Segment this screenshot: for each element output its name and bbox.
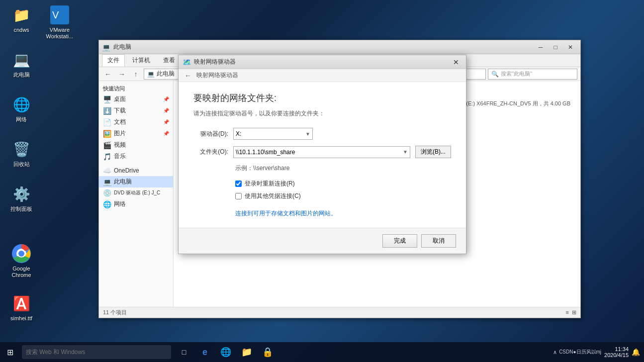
sidebar-item-network[interactable]: 🌐 网络 [99, 198, 173, 210]
browse-button[interactable]: 浏览(B)... [415, 146, 451, 158]
taskbar-right: ∧ CSDN●日历风以mj 11:34 2020/4/15 🔔 [549, 346, 644, 358]
task-view-button[interactable]: □ [175, 343, 193, 361]
sidebar-item-docs[interactable]: 📄 文档 📌 [99, 116, 173, 128]
folder-taskbar-icon: 📁 [241, 347, 252, 358]
desktop-sidebar-icon: 🖥️ [103, 95, 111, 103]
dialog-nav-back-button[interactable]: ← [183, 72, 193, 80]
sidebar-item-music[interactable]: 🎵 音乐 [99, 151, 173, 162]
cancel-button[interactable]: 取消 [421, 234, 456, 248]
tab-file[interactable]: 文件 [102, 54, 125, 67]
explorer-sidebar: 快速访问 🖥️ 桌面 📌 ⬇️ 下载 📌 📄 文档 📌 🖼️ 图片 📌 [99, 81, 174, 307]
taskbar-icons: □ e 🌐 📁 🔒 [171, 343, 280, 361]
desktop-icon-thispc[interactable]: 💻 此电脑 [4, 50, 39, 78]
vmware-label: VMwareWorkstati... [46, 27, 74, 40]
other-credentials-checkbox[interactable] [235, 193, 242, 199]
sidebar-item-pictures[interactable]: 🖼️ 图片 📌 [99, 128, 173, 139]
dialog-titlebar: 🗺️ 映射网络驱动器 ✕ [179, 55, 466, 69]
cndws-label: cndws [13, 27, 29, 33]
window-controls: ─ □ ✕ [534, 42, 577, 52]
thispc-icon: 💻 [11, 50, 31, 70]
view-list-icon[interactable]: ≡ [566, 309, 569, 316]
desktop-icon-recycle[interactable]: 🗑️ 回收站 [4, 139, 39, 168]
reconnect-checkbox[interactable] [235, 181, 242, 187]
website-link[interactable]: 连接到可用于存储文档和图片的网站。 [235, 210, 337, 217]
date-display: 2020/4/15 [604, 352, 629, 358]
explorer-statusbar: 11 个项目 ≡ ⊞ [99, 307, 580, 318]
chrome-taskbar-button[interactable]: 🌐 [217, 343, 235, 361]
dialog-body: 要映射的网络文件夹: 请为连接指定驱动器号，以及你要连接的文件夹： 驱动器(D)… [179, 82, 466, 228]
tray-expand-icon[interactable]: ∧ [553, 349, 557, 356]
network-sidebar-label: 网络 [114, 200, 126, 208]
close-button[interactable]: ✕ [563, 42, 577, 52]
tab-computer[interactable]: 计算机 [127, 54, 156, 67]
control-icon: ⚙️ [11, 184, 31, 204]
folder-dropdown-icon: ▼ [403, 149, 408, 155]
docs-sidebar-icon: 📄 [103, 118, 111, 126]
sidebar-item-downloads[interactable]: ⬇️ 下载 📌 [99, 105, 173, 116]
other-credentials-label: 使用其他凭据连接(C) [245, 192, 301, 200]
videos-sidebar-label: 视频 [114, 141, 126, 149]
taskbar-search-input[interactable] [22, 345, 171, 359]
notification-center-button[interactable]: 🔔 [632, 348, 640, 356]
nav-up-button[interactable]: ↑ [130, 69, 142, 80]
lock-icon: 🔒 [262, 347, 273, 358]
maximize-button[interactable]: □ [549, 42, 562, 52]
thispc-label: 此电脑 [13, 72, 30, 78]
desktop-icon-cndws[interactable]: 📁 cndws [4, 5, 39, 33]
explorer-taskbar-button[interactable]: 📁 [238, 343, 256, 361]
nav-forward-button[interactable]: → [116, 69, 128, 80]
taskbar: ⊞ □ e 🌐 📁 🔒 ∧ CSDN●日历风以mj 11:34 2020/4/1… [0, 342, 644, 362]
lock-taskbar-button[interactable]: 🔒 [259, 343, 276, 361]
dialog-footer: 完成 取消 [179, 228, 466, 254]
drive-field: 驱动器(D): X: ▼ [193, 128, 451, 140]
explorer-titlebar: 💻 此电脑 ─ □ ✕ [99, 40, 580, 54]
finish-button[interactable]: 完成 [382, 234, 417, 248]
sidebar-item-dvd[interactable]: 💿 DVD 驱动器 (E:) J_C [99, 187, 173, 198]
reconnect-checkbox-row[interactable]: 登录时重新连接(R) [235, 180, 451, 188]
thispc-sidebar-label: 此电脑 [114, 178, 132, 186]
website-link-row: 连接到可用于存储文档和图片的网站。 [235, 208, 451, 218]
drive-label: 驱动器(D): [193, 130, 228, 138]
desktop-icon-control[interactable]: ⚙️ 控制面板 [4, 184, 39, 212]
network-sidebar-icon: 🌐 [103, 200, 111, 208]
dialog-heading: 要映射的网络文件夹: [193, 92, 451, 104]
map-network-drive-dialog: 🗺️ 映射网络驱动器 ✕ ← 映射网络驱动器 要映射的网络文件夹: 请为连接指定… [178, 55, 466, 254]
drive-select[interactable]: X: ▼ [233, 128, 313, 140]
start-button[interactable]: ⊞ [0, 342, 20, 362]
time-display: 11:34 [604, 346, 629, 352]
edge-button[interactable]: e [196, 343, 214, 361]
sidebar-item-desktop[interactable]: 🖥️ 桌面 📌 [99, 93, 173, 105]
search-icon: 🔍 [491, 71, 499, 78]
other-credentials-checkbox-row[interactable]: 使用其他凭据连接(C) [235, 192, 451, 200]
desktop-icon-simhei[interactable]: 🅰️ simhei.ttf [4, 293, 39, 322]
dvd-sidebar-label: DVD 驱动器 (E:) J_C [114, 189, 160, 196]
sidebar-item-onedrive[interactable]: ☁️ OneDrive [99, 165, 173, 176]
taskbar-clock[interactable]: 11:34 2020/4/15 [604, 346, 629, 358]
chevron-down-icon: ▼ [305, 131, 310, 137]
desktop-icon-chrome[interactable]: GoogleChrome [4, 244, 39, 278]
recycle-icon: 🗑️ [11, 139, 31, 159]
sidebar-item-videos[interactable]: 🎬 视频 [99, 139, 173, 151]
explorer-window-icon: 💻 [102, 43, 110, 51]
minimize-button[interactable]: ─ [534, 42, 548, 52]
sidebar-item-thispc[interactable]: 💻 此电脑 [99, 176, 173, 187]
downloads-sidebar-icon: ⬇️ [103, 107, 111, 115]
drive-info: 动器 (E:) X64FRE_ZH-CN_DV5 用，共 4.00 GB [454, 100, 570, 107]
network-icon: 🌐 [11, 94, 31, 114]
desktop-icon-network[interactable]: 🌐 网络 [4, 94, 39, 123]
tab-view[interactable]: 查看 [158, 54, 181, 67]
view-grid-icon[interactable]: ⊞ [572, 309, 576, 316]
nav-search[interactable]: 🔍 搜索"此电脑" [488, 69, 577, 80]
desktop-sidebar-label: 桌面 [114, 95, 126, 103]
chrome-taskbar-icon: 🌐 [220, 347, 231, 358]
dvd-sidebar-icon: 💿 [103, 189, 111, 197]
chrome-label: GoogleChrome [11, 266, 31, 278]
desktop-icon-vmware[interactable]: V VMwareWorkstati... [40, 5, 80, 40]
folder-input[interactable]: \\10.1.1.10\smb_share ▼ [233, 146, 410, 158]
dialog-close-button[interactable]: ✕ [450, 57, 462, 67]
folder-label: 文件夹(O): [193, 148, 228, 156]
thispc-sidebar-icon: 💻 [103, 178, 111, 186]
chrome-icon [11, 244, 31, 264]
nav-back-button[interactable]: ← [102, 69, 114, 80]
explorer-window-title: 此电脑 [113, 43, 534, 51]
